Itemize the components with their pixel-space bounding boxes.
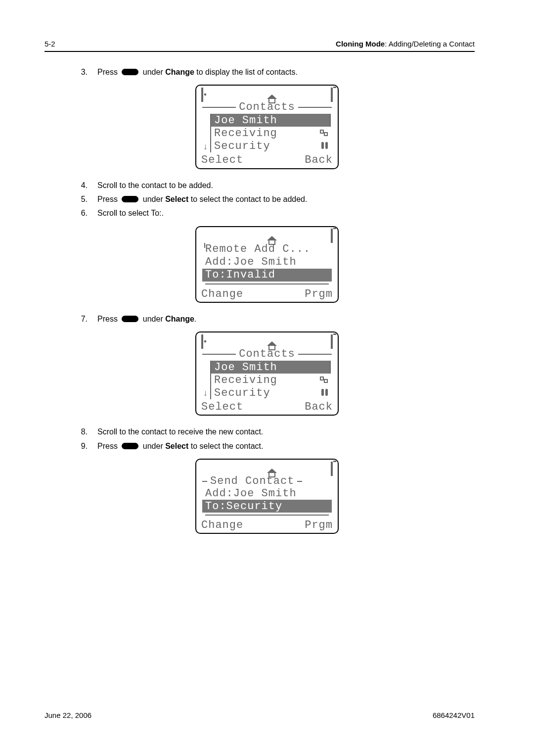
list-item: ↓ Security xyxy=(211,140,331,152)
screen-remote-add: Remote Add C... Add:Joe Smith To:Invalid… xyxy=(195,226,339,303)
screen-title: Contacts xyxy=(239,348,295,360)
screen-contacts-2: Contacts Joe Smith Receiving ↓ Security … xyxy=(195,331,339,416)
page-footer: June 22, 2006 6864242V01 xyxy=(44,711,475,719)
page-header: 5-2 Cloning Mode: Adding/Deleting a Cont… xyxy=(44,40,475,52)
screen-title: Send Contact xyxy=(210,475,294,487)
screen-contacts: Contacts Joe Smith Receiving ↓ Security … xyxy=(195,85,339,169)
battery-icon xyxy=(331,334,333,349)
screen-title: Remote Add C... xyxy=(202,243,332,256)
field-add: Add:Joe Smith xyxy=(202,487,332,500)
step-6: 6. Scroll to select To:. xyxy=(77,208,457,219)
scroll-down-icon: ↓ xyxy=(202,389,209,398)
talkgroup-icon xyxy=(201,334,203,349)
section-title: Cloning Mode: Adding/Deleting a Contact xyxy=(336,40,475,48)
battery-icon xyxy=(331,229,333,243)
list-item: Receiving xyxy=(211,374,331,386)
step-5: 5. Press under Select to select the cont… xyxy=(77,194,457,205)
softkey-icon xyxy=(122,443,138,449)
field-add: Add:Joe Smith xyxy=(202,256,332,269)
softkey-icon xyxy=(122,69,138,75)
step-3: 3. Press under Change to display the lis… xyxy=(77,67,457,78)
battery-icon xyxy=(331,88,333,102)
screen-send-contact: Send Contact Add:Joe Smith To:Security C… xyxy=(195,459,339,534)
step-9: 9. Press under Select to select the cont… xyxy=(77,441,457,452)
step-8: 8. Scroll to the contact to receive the … xyxy=(77,426,457,437)
softkey-left: Change xyxy=(201,520,243,531)
softkey-right: Back xyxy=(305,401,333,413)
step-7: 7. Press under Change. xyxy=(77,314,457,325)
page-number: 5-2 xyxy=(44,40,55,48)
footer-date: June 22, 2006 xyxy=(44,711,91,719)
battery-icon xyxy=(331,462,333,476)
field-to: To:Security xyxy=(202,500,332,513)
content: 3. Press under Change to display the lis… xyxy=(77,67,457,534)
list-item: Receiving xyxy=(211,127,331,140)
softkey-icon xyxy=(122,196,138,202)
group-icon xyxy=(320,130,329,137)
scroll-down-icon: ↓ xyxy=(202,142,209,152)
talkgroup-icon xyxy=(201,88,203,102)
softkey-left: Select xyxy=(201,154,243,166)
screen-title: Contacts xyxy=(239,101,295,113)
footer-docnum: 6864242V01 xyxy=(433,711,475,719)
softkey-icon xyxy=(122,316,138,322)
mobiles-icon xyxy=(321,389,329,397)
list-item: Joe Smith xyxy=(211,114,331,127)
softkey-left: Select xyxy=(201,401,243,413)
group-icon xyxy=(320,377,329,383)
mobiles-icon xyxy=(321,142,329,150)
list-item: Joe Smith xyxy=(211,361,331,374)
softkey-right: Back xyxy=(305,154,333,166)
softkey-right: Prgm xyxy=(305,288,333,300)
step-4: 4. Scroll to the contact to be added. xyxy=(77,180,457,191)
field-to: To:Invalid xyxy=(202,269,332,282)
softkey-right: Prgm xyxy=(305,520,333,531)
list-item: ↓ Security xyxy=(211,386,331,399)
softkey-left: Change xyxy=(201,288,243,300)
